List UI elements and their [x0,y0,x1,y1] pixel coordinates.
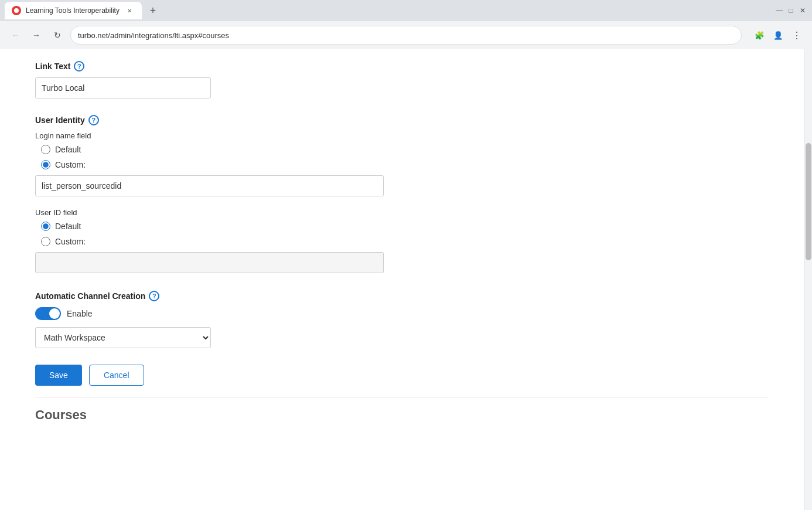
uid-default-option[interactable]: Default [41,222,769,231]
enable-label: Enable [67,309,93,318]
login-name-radio-group: Default Custom: [41,145,769,169]
reload-button[interactable]: ↻ [49,27,66,43]
action-buttons: Save Cancel [35,365,769,386]
uid-custom-radio[interactable] [41,237,50,246]
automatic-channel-label: Automatic Channel Creation ? [35,291,769,301]
link-text-help-icon[interactable]: ? [74,61,84,72]
tab-close-button[interactable]: ✕ [124,5,135,16]
save-button[interactable]: Save [35,365,82,386]
channel-type-dropdown[interactable]: Math Workspace Science Lab English Class… [35,327,211,348]
courses-heading: Courses [35,397,769,423]
title-bar: Learning Tools Interoperability ✕ + — □ … [0,0,812,21]
close-button[interactable]: ✕ [798,6,807,15]
login-default-radio[interactable] [41,145,50,154]
login-custom-option[interactable]: Custom: [41,160,769,169]
uid-custom-label: Custom: [55,237,86,246]
user-identity-label: User Identity ? [35,115,769,125]
browser-toolbar: 🧩 👤 ⋮ [751,27,805,43]
toggle-knob [49,308,60,319]
login-name-field-label: Login name field [35,131,769,140]
scrollbar-track[interactable] [804,49,812,510]
scrollbar-thumb[interactable] [806,143,811,260]
new-tab-button[interactable]: + [144,2,162,19]
forward-button[interactable]: → [28,27,45,43]
tab-favicon [12,6,21,15]
address-input-wrap[interactable]: turbo.net/admin/integrations/lti.aspx#co… [70,26,742,45]
active-tab[interactable]: Learning Tools Interoperability ✕ [5,2,142,19]
window-controls: — □ ✕ [775,6,807,15]
user-id-radio-group: Default Custom: [41,222,769,246]
enable-toggle[interactable] [35,307,61,320]
login-default-label: Default [55,145,81,154]
url-display: turbo.net/admin/integrations/lti.aspx#co… [78,31,229,40]
cancel-button[interactable]: Cancel [89,365,144,386]
profile-button[interactable]: 👤 [770,27,786,43]
page-content: Link Text ? User Identity ? Login name f… [0,49,812,510]
uid-default-radio[interactable] [41,222,50,231]
link-text-section: Link Text ? [35,61,769,98]
login-default-option[interactable]: Default [41,145,769,154]
link-text-label: Link Text ? [35,61,769,72]
custom-uid-input[interactable] [35,252,384,273]
link-text-input[interactable] [35,77,211,98]
enable-toggle-wrap: Enable [35,307,769,320]
automatic-channel-help-icon[interactable]: ? [149,291,159,301]
address-bar: ← → ↻ turbo.net/admin/integrations/lti.a… [0,21,812,49]
automatic-channel-section: Automatic Channel Creation ? Enable Math… [35,291,769,348]
uid-default-label: Default [55,222,81,231]
user-identity-help-icon[interactable]: ? [88,115,99,125]
login-custom-radio[interactable] [41,160,50,169]
user-identity-section: User Identity ? Login name field Default… [35,115,769,273]
user-id-field-label: User ID field [35,208,769,217]
uid-custom-option[interactable]: Custom: [41,237,769,246]
minimize-button[interactable]: — [775,6,784,15]
back-button[interactable]: ← [7,27,23,43]
maximize-button[interactable]: □ [786,6,796,15]
menu-button[interactable]: ⋮ [789,27,805,43]
extensions-button[interactable]: 🧩 [751,27,767,43]
custom-login-input[interactable] [35,175,384,196]
tab-title: Learning Tools Interoperability [26,6,120,15]
main-area: Link Text ? User Identity ? Login name f… [0,49,804,510]
login-custom-label: Custom: [55,160,86,169]
